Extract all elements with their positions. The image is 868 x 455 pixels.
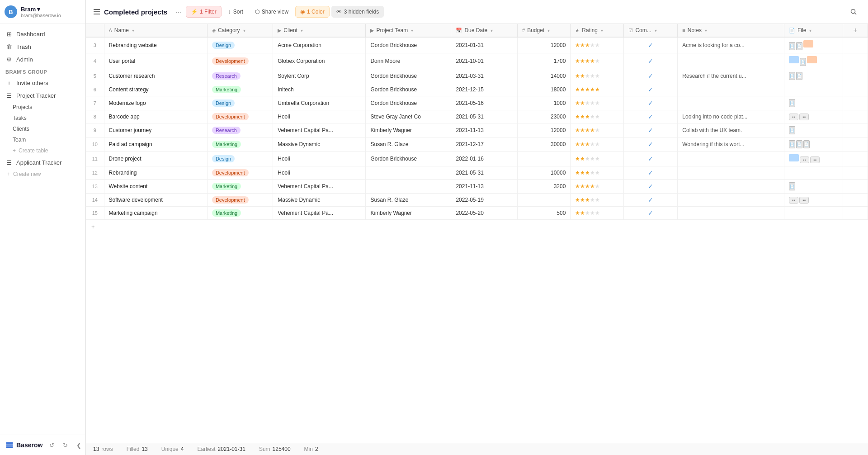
cell-name[interactable]: Customer journey [104, 123, 207, 137]
cell-completed[interactable]: ✓ [624, 137, 678, 152]
cell-rating[interactable]: ★★★★★ [571, 110, 624, 123]
cell-name[interactable]: User portal [104, 53, 207, 69]
sidebar-item-admin[interactable]: ⚙ Admin [0, 53, 85, 66]
col-header-notes[interactable]: ≡ Notes ▾ [678, 24, 784, 37]
col-header-category[interactable]: ◈ Category ▾ [207, 24, 273, 37]
create-new-button[interactable]: + Create new [0, 169, 85, 180]
cell-completed[interactable]: ✓ [624, 53, 678, 69]
cell-rating[interactable]: ★★★★★ [571, 69, 624, 83]
cell-completed[interactable]: ✓ [624, 152, 678, 166]
cell-notes[interactable] [678, 194, 784, 207]
col-header-completed[interactable]: ☑ Com... ▾ [624, 24, 678, 37]
cell-rating[interactable]: ★★★★★ [571, 53, 624, 69]
search-button[interactable] [846, 5, 861, 19]
cell-category[interactable]: Design [207, 96, 273, 110]
cell-name[interactable]: Barcode app [104, 110, 207, 123]
sidebar-sub-team[interactable]: Team [0, 134, 85, 145]
cell-file[interactable]: 📄📄 [784, 69, 843, 83]
cell-category[interactable]: Marketing [207, 180, 273, 194]
cell-name[interactable]: Drone project [104, 152, 207, 166]
cell-rating[interactable]: ★★★★★ [571, 123, 624, 137]
color-button[interactable]: ◉ 1 Color [295, 6, 330, 18]
sidebar-sub-tasks[interactable]: Tasks [0, 113, 85, 123]
filter-button[interactable]: ⚡ 1 Filter [186, 6, 222, 18]
cell-name[interactable]: Paid ad campaign [104, 137, 207, 152]
cell-file[interactable] [784, 207, 843, 220]
cell-category[interactable]: Marketing [207, 137, 273, 152]
more-options-button[interactable]: ⋯ [173, 6, 184, 18]
col-header-file[interactable]: 📄 File ▾ [784, 24, 843, 37]
cell-category[interactable]: Research [207, 123, 273, 137]
col-header-client[interactable]: ▶ Client ▾ [273, 24, 366, 37]
redo-button[interactable]: ↻ [60, 440, 71, 450]
cell-name[interactable]: Modernize logo [104, 96, 207, 110]
cell-rating[interactable]: ★★★★★ [571, 83, 624, 96]
cell-notes[interactable] [678, 53, 784, 69]
sidebar-item-trash[interactable]: 🗑 Trash [0, 40, 85, 53]
cell-name[interactable]: Content strategy [104, 83, 207, 96]
cell-notes[interactable] [678, 96, 784, 110]
cell-notes[interactable]: Research if the current u... [678, 69, 784, 83]
undo-button[interactable]: ↺ [46, 440, 57, 450]
cell-completed[interactable]: ✓ [624, 166, 678, 180]
cell-completed[interactable]: ✓ [624, 194, 678, 207]
cell-notes[interactable]: Wondering if this is wort... [678, 137, 784, 152]
sidebar-sub-clients[interactable]: Clients [0, 123, 85, 134]
cell-category[interactable]: Marketing [207, 207, 273, 220]
cell-notes[interactable] [678, 152, 784, 166]
cell-file[interactable]: 📄 [784, 180, 843, 194]
cell-notes[interactable] [678, 83, 784, 96]
cell-notes[interactable]: Looking into no-code plat... [678, 110, 784, 123]
col-header-duedate[interactable]: 📅 Due Date ▾ [451, 24, 518, 37]
cell-file[interactable]: 📄📄📄 [784, 137, 843, 152]
cell-completed[interactable]: ✓ [624, 207, 678, 220]
cell-notes[interactable]: Acme is looking for a co... [678, 37, 784, 53]
cell-name[interactable]: Rebranding [104, 166, 207, 180]
cell-completed[interactable]: ✓ [624, 180, 678, 194]
hidden-fields-button[interactable]: 👁 3 hidden fields [331, 6, 384, 18]
cell-file[interactable]: 📄 [784, 123, 843, 137]
cell-rating[interactable]: ★★★★★ [571, 194, 624, 207]
cell-name[interactable]: Website content [104, 180, 207, 194]
cell-rating[interactable]: ★★★★★ [571, 166, 624, 180]
cell-file[interactable]: 📄 [784, 53, 843, 69]
cell-file[interactable]: ▪▪▪▪ [784, 110, 843, 123]
add-row-button[interactable]: + [86, 220, 868, 234]
sidebar-item-applicant-tracker[interactable]: ☰ Applicant Tracker [0, 156, 85, 169]
cell-file[interactable]: 📄📄 [784, 37, 843, 53]
cell-category[interactable]: Development [207, 166, 273, 180]
sidebar-item-invite[interactable]: + Invite others [0, 76, 85, 89]
cell-notes[interactable] [678, 180, 784, 194]
cell-notes[interactable]: Collab with the UX team. [678, 123, 784, 137]
create-table-button[interactable]: + Create table [0, 145, 85, 156]
cell-category[interactable]: Design [207, 152, 273, 166]
cell-category[interactable]: Marketing [207, 83, 273, 96]
sidebar-item-dashboard[interactable]: ⊞ Dashboard [0, 28, 85, 40]
cell-file[interactable] [784, 83, 843, 96]
cell-rating[interactable]: ★★★★★ [571, 96, 624, 110]
cell-rating[interactable]: ★★★★★ [571, 152, 624, 166]
cell-file[interactable]: 📄 [784, 96, 843, 110]
cell-name[interactable]: Marketing campaign [104, 207, 207, 220]
cell-category[interactable]: Development [207, 53, 273, 69]
cell-completed[interactable]: ✓ [624, 110, 678, 123]
cell-completed[interactable]: ✓ [624, 83, 678, 96]
cell-file[interactable]: ▪▪▪▪ [784, 194, 843, 207]
cell-category[interactable]: Research [207, 69, 273, 83]
cell-category[interactable]: Development [207, 110, 273, 123]
col-header-name[interactable]: A Name ▾ [104, 24, 207, 37]
sidebar-item-project-tracker[interactable]: ☰ Project Tracker [0, 89, 85, 102]
col-add[interactable]: + [843, 24, 868, 37]
cell-category[interactable]: Design [207, 37, 273, 53]
cell-completed[interactable]: ✓ [624, 96, 678, 110]
sort-button[interactable]: ↕ Sort [223, 6, 248, 18]
col-header-team[interactable]: ▶ Project Team ▾ [366, 24, 451, 37]
share-view-button[interactable]: ⬡ Share view [250, 6, 293, 18]
cell-rating[interactable]: ★★★★★ [571, 137, 624, 152]
cell-name[interactable]: Software development [104, 194, 207, 207]
cell-notes[interactable] [678, 207, 784, 220]
col-header-budget[interactable]: # Budget ▾ [518, 24, 571, 37]
collapse-button[interactable]: ❮ [73, 440, 84, 450]
cell-rating[interactable]: ★★★★★ [571, 37, 624, 53]
cell-notes[interactable] [678, 166, 784, 180]
